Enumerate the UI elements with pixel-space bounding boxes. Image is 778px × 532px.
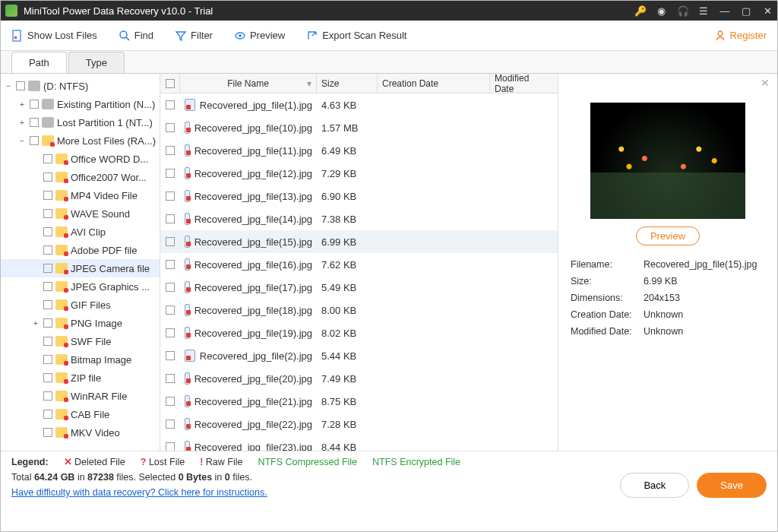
tree-node[interactable]: +PNG Image (1, 314, 160, 332)
row-checkbox[interactable] (160, 214, 180, 223)
file-row[interactable]: Recovered_jpg_file(12).jpg7.29 KB (160, 162, 558, 185)
file-row[interactable]: Recovered_jpg_file(1).jpg4.63 KB (160, 93, 558, 116)
file-row[interactable]: Recovered_jpg_file(14).jpg7.38 KB (160, 207, 558, 230)
row-checkbox[interactable] (160, 283, 180, 292)
menu-icon[interactable]: ☰ (698, 5, 709, 17)
tab-type[interactable]: Type (68, 52, 125, 73)
tree-node[interactable]: AVI Clip (1, 223, 160, 241)
file-row[interactable]: Recovered_jpg_file(15).jpg6.99 KB (160, 230, 558, 253)
row-checkbox[interactable] (160, 100, 180, 109)
file-row[interactable]: Recovered_jpg_file(21).jpg8.75 KB (160, 390, 558, 413)
filter-button[interactable]: Filter (175, 30, 213, 42)
expander-icon[interactable]: − (4, 82, 13, 90)
tree-checkbox[interactable] (43, 391, 52, 401)
tree-checkbox[interactable] (43, 173, 52, 182)
help-link[interactable]: Have difficulty with data recovery? Clic… (11, 487, 267, 498)
preview-button[interactable]: Preview (234, 30, 285, 42)
export-button[interactable]: Export Scan Result (306, 30, 406, 42)
row-checkbox[interactable] (160, 237, 180, 246)
tree-node[interactable]: WAVE Sound (1, 204, 160, 223)
row-checkbox[interactable] (160, 123, 180, 132)
maximize-icon[interactable]: ▢ (741, 5, 751, 17)
row-checkbox[interactable] (160, 351, 180, 360)
tree-checkbox[interactable] (30, 100, 39, 109)
back-button[interactable]: Back (620, 473, 689, 498)
expander-icon[interactable]: + (31, 319, 40, 328)
file-row[interactable]: Recovered_jpg_file(13).jpg6.90 KB (160, 185, 558, 207)
row-checkbox[interactable] (160, 192, 180, 201)
disc-icon[interactable]: ◉ (656, 5, 666, 17)
preview-open-button[interactable]: Preview (636, 226, 700, 245)
headphones-icon[interactable]: 🎧 (677, 5, 688, 17)
close-icon[interactable]: ✕ (762, 5, 773, 17)
row-checkbox[interactable] (160, 146, 180, 155)
tree-node[interactable]: MP4 Video File (1, 186, 160, 204)
row-checkbox[interactable] (160, 442, 180, 451)
tree-node[interactable]: JPEG Camera file (1, 259, 160, 277)
folder-tree[interactable]: −(D: NTFS)+Existing Partition (N...)+Los… (1, 74, 160, 451)
file-row[interactable]: Recovered_jpg_file(18).jpg8.00 KB (160, 299, 558, 321)
tree-checkbox[interactable] (43, 318, 52, 328)
expander-icon[interactable]: − (17, 137, 27, 145)
tree-node[interactable]: JPEG Graphics ... (1, 277, 160, 296)
tree-checkbox[interactable] (16, 81, 25, 90)
tree-node[interactable]: ZIP file (1, 369, 160, 387)
tab-path[interactable]: Path (11, 52, 67, 73)
select-all-checkbox[interactable] (160, 74, 180, 93)
file-row[interactable]: Recovered_jpg_file(2).jpg5.44 KB (160, 344, 558, 367)
tree-checkbox[interactable] (30, 136, 39, 145)
tree-checkbox[interactable] (43, 282, 52, 291)
tree-node[interactable]: −(D: NTFS) (1, 77, 160, 95)
expander-icon[interactable]: + (17, 119, 27, 127)
tree-checkbox[interactable] (43, 428, 52, 437)
row-checkbox[interactable] (160, 260, 180, 269)
tree-checkbox[interactable] (43, 227, 52, 236)
tree-checkbox[interactable] (43, 154, 52, 163)
row-checkbox[interactable] (160, 420, 180, 429)
row-checkbox[interactable] (160, 397, 180, 406)
tree-node[interactable]: Adobe PDF file (1, 241, 160, 259)
file-row[interactable]: Recovered_jpg_file(11).jpg6.49 KB (160, 139, 558, 162)
tree-node[interactable]: +Lost Partition 1 (NT...) (1, 113, 160, 131)
tree-checkbox[interactable] (43, 300, 52, 309)
tree-node[interactable]: Office2007 Wor... (1, 168, 160, 186)
tree-node[interactable]: CAB File (1, 405, 160, 423)
save-button[interactable]: Save (697, 473, 767, 498)
tree-checkbox[interactable] (43, 191, 52, 200)
file-row[interactable]: Recovered_jpg_file(19).jpg8.02 KB (160, 321, 558, 344)
tree-node[interactable]: +Existing Partition (N...) (1, 95, 160, 113)
expander-icon[interactable]: + (17, 100, 27, 109)
tree-checkbox[interactable] (43, 264, 52, 273)
show-lost-files-button[interactable]: Show Lost Files (11, 30, 97, 42)
tree-node[interactable]: Bitmap Image (1, 350, 160, 369)
tree-checkbox[interactable] (43, 355, 52, 364)
close-preview-icon[interactable]: ✕ (761, 77, 770, 89)
row-checkbox[interactable] (160, 328, 180, 337)
column-modified-date[interactable]: Modified Date (490, 74, 551, 93)
tree-checkbox[interactable] (43, 410, 52, 419)
tree-node[interactable]: −More Lost Files (RA...) (1, 131, 160, 150)
row-checkbox[interactable] (160, 169, 180, 178)
tree-node[interactable]: WinRAR File (1, 387, 160, 405)
tree-checkbox[interactable] (43, 245, 52, 255)
minimize-icon[interactable]: — (719, 5, 730, 17)
tree-checkbox[interactable] (43, 373, 52, 382)
file-row[interactable]: Recovered_jpg_file(22).jpg7.28 KB (160, 413, 558, 435)
tree-node[interactable]: SWF File (1, 332, 160, 350)
tree-node[interactable]: MKV Video (1, 423, 160, 442)
file-row[interactable]: Recovered_jpg_file(20).jpg7.49 KB (160, 367, 558, 390)
key-icon[interactable]: 🔑 (634, 5, 645, 17)
column-creation-date[interactable]: Creation Date (378, 74, 490, 93)
file-row[interactable]: Recovered_jpg_file(10).jpg1.57 MB (160, 116, 558, 139)
register-button[interactable]: Register (714, 30, 767, 42)
tree-node[interactable]: Office WORD D... (1, 150, 160, 168)
row-checkbox[interactable] (160, 306, 180, 315)
row-checkbox[interactable] (160, 374, 180, 383)
column-filename[interactable]: File Name▾ (180, 74, 317, 93)
tree-checkbox[interactable] (43, 337, 52, 346)
tree-checkbox[interactable] (43, 209, 52, 218)
tree-checkbox[interactable] (30, 118, 39, 127)
find-button[interactable]: Find (119, 30, 153, 42)
tree-node[interactable]: GIF Files (1, 296, 160, 314)
file-row[interactable]: Recovered_jpg_file(23).jpg8.44 KB (160, 435, 558, 451)
